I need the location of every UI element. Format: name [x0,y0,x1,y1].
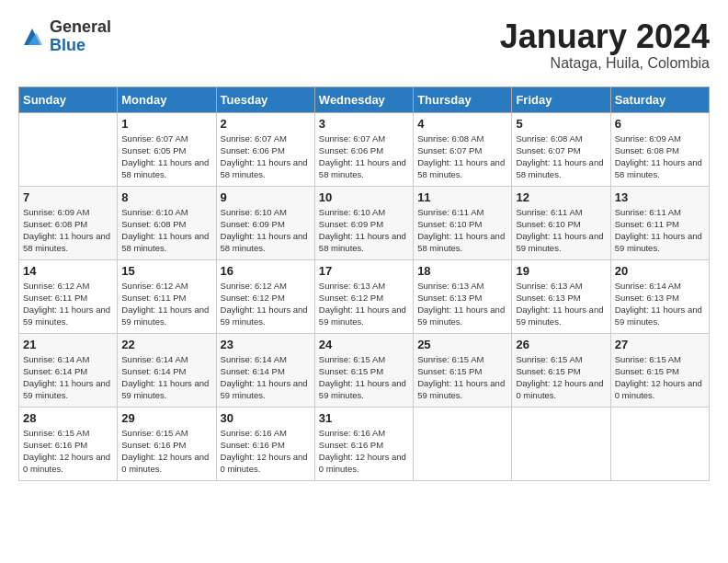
cell-info: Sunrise: 6:15 AMSunset: 6:15 PMDaylight:… [319,353,409,402]
day-number: 3 [319,117,409,131]
cell-info: Sunrise: 6:15 AMSunset: 6:15 PMDaylight:… [516,353,606,402]
day-number: 28 [23,411,113,425]
cell-info: Sunrise: 6:14 AMSunset: 6:14 PMDaylight:… [23,353,113,402]
calendar-cell [610,407,709,480]
cell-info: Sunrise: 6:14 AMSunset: 6:14 PMDaylight:… [121,353,211,402]
weekday-header-wednesday: Wednesday [314,86,413,112]
day-number: 4 [417,117,507,131]
calendar-cell: 15Sunrise: 6:12 AMSunset: 6:11 PMDayligh… [118,259,216,333]
cell-info: Sunrise: 6:12 AMSunset: 6:11 PMDaylight:… [121,280,211,328]
calendar-cell: 11Sunrise: 6:11 AMSunset: 6:10 PMDayligh… [414,186,512,259]
cell-info: Sunrise: 6:13 AMSunset: 6:13 PMDaylight:… [516,280,606,328]
cell-info: Sunrise: 6:14 AMSunset: 6:14 PMDaylight:… [221,353,311,402]
day-number: 31 [319,411,409,425]
calendar-cell: 13Sunrise: 6:11 AMSunset: 6:11 PMDayligh… [610,186,709,259]
cell-info: Sunrise: 6:08 AMSunset: 6:07 PMDaylight:… [516,132,606,181]
cell-info: Sunrise: 6:13 AMSunset: 6:13 PMDaylight:… [417,280,507,328]
cell-info: Sunrise: 6:15 AMSunset: 6:16 PMDaylight:… [121,427,211,476]
calendar-table: SundayMondayTuesdayWednesdayThursdayFrid… [18,86,710,481]
calendar-cell: 28Sunrise: 6:15 AMSunset: 6:16 PMDayligh… [19,407,118,480]
weekday-header-sunday: Sunday [19,86,118,112]
cell-info: Sunrise: 6:08 AMSunset: 6:07 PMDaylight:… [417,132,507,181]
calendar-week-row: 28Sunrise: 6:15 AMSunset: 6:16 PMDayligh… [19,407,710,480]
calendar-cell: 25Sunrise: 6:15 AMSunset: 6:15 PMDayligh… [414,333,512,407]
calendar-cell: 3Sunrise: 6:07 AMSunset: 6:06 PMDaylight… [314,112,413,186]
calendar-cell: 23Sunrise: 6:14 AMSunset: 6:14 PMDayligh… [216,333,314,407]
cell-info: Sunrise: 6:11 AMSunset: 6:10 PMDaylight:… [417,206,507,255]
day-number: 17 [319,264,409,278]
day-number: 19 [516,264,606,278]
calendar-cell: 14Sunrise: 6:12 AMSunset: 6:11 PMDayligh… [19,259,118,333]
cell-info: Sunrise: 6:15 AMSunset: 6:15 PMDaylight:… [417,353,507,402]
cell-info: Sunrise: 6:10 AMSunset: 6:08 PMDaylight:… [121,206,211,255]
calendar-week-row: 21Sunrise: 6:14 AMSunset: 6:14 PMDayligh… [19,333,710,407]
day-number: 21 [23,338,113,351]
cell-info: Sunrise: 6:09 AMSunset: 6:08 PMDaylight:… [615,132,705,181]
month-title: January 2024 [500,18,710,55]
weekday-header-tuesday: Tuesday [216,86,314,112]
calendar-cell [414,407,512,480]
calendar-week-row: 1Sunrise: 6:07 AMSunset: 6:05 PMDaylight… [19,112,710,186]
day-number: 25 [417,338,507,351]
calendar-cell: 7Sunrise: 6:09 AMSunset: 6:08 PMDaylight… [19,186,118,259]
day-number: 30 [221,411,311,425]
calendar-cell: 27Sunrise: 6:15 AMSunset: 6:15 PMDayligh… [610,333,709,407]
cell-info: Sunrise: 6:16 AMSunset: 6:16 PMDaylight:… [221,427,311,476]
day-number: 9 [221,190,311,204]
day-number: 29 [121,411,211,425]
day-number: 14 [23,264,113,278]
cell-info: Sunrise: 6:10 AMSunset: 6:09 PMDaylight:… [319,206,409,255]
cell-info: Sunrise: 6:07 AMSunset: 6:05 PMDaylight:… [121,132,211,181]
calendar-cell: 6Sunrise: 6:09 AMSunset: 6:08 PMDaylight… [610,112,709,186]
calendar-cell: 9Sunrise: 6:10 AMSunset: 6:09 PMDaylight… [216,186,314,259]
calendar-cell: 26Sunrise: 6:15 AMSunset: 6:15 PMDayligh… [512,333,610,407]
weekday-header-thursday: Thursday [414,86,512,112]
cell-info: Sunrise: 6:13 AMSunset: 6:12 PMDaylight:… [319,280,409,328]
calendar-cell: 20Sunrise: 6:14 AMSunset: 6:13 PMDayligh… [610,259,709,333]
cell-info: Sunrise: 6:07 AMSunset: 6:06 PMDaylight:… [221,132,311,181]
calendar-cell: 19Sunrise: 6:13 AMSunset: 6:13 PMDayligh… [512,259,610,333]
day-number: 2 [221,117,311,131]
calendar-cell: 1Sunrise: 6:07 AMSunset: 6:05 PMDaylight… [118,112,216,186]
cell-info: Sunrise: 6:15 AMSunset: 6:16 PMDaylight:… [23,427,113,476]
calendar-cell: 10Sunrise: 6:10 AMSunset: 6:09 PMDayligh… [314,186,413,259]
location-subtitle: Nataga, Huila, Colombia [500,55,710,72]
cell-info: Sunrise: 6:14 AMSunset: 6:13 PMDaylight:… [615,280,705,328]
day-number: 16 [221,264,311,278]
day-number: 11 [417,190,507,204]
cell-info: Sunrise: 6:15 AMSunset: 6:15 PMDaylight:… [615,353,705,402]
day-number: 15 [121,264,211,278]
cell-info: Sunrise: 6:12 AMSunset: 6:11 PMDaylight:… [23,280,113,328]
cell-info: Sunrise: 6:07 AMSunset: 6:06 PMDaylight:… [319,132,409,181]
day-number: 27 [615,338,705,351]
weekday-header-monday: Monday [118,86,216,112]
logo-text: General Blue [50,18,111,55]
calendar-cell: 2Sunrise: 6:07 AMSunset: 6:06 PMDaylight… [216,112,314,186]
calendar-cell: 21Sunrise: 6:14 AMSunset: 6:14 PMDayligh… [19,333,118,407]
day-number: 22 [121,338,211,351]
page-header: General Blue January 2024 Nataga, Huila,… [18,18,710,72]
day-number: 18 [417,264,507,278]
weekday-header-friday: Friday [512,86,610,112]
day-number: 12 [516,190,606,204]
calendar-cell [19,112,118,186]
calendar-cell: 17Sunrise: 6:13 AMSunset: 6:12 PMDayligh… [314,259,413,333]
day-number: 13 [615,190,705,204]
day-number: 1 [121,117,211,131]
day-number: 5 [516,117,606,131]
weekday-header-row: SundayMondayTuesdayWednesdayThursdayFrid… [19,86,710,112]
logo-blue-text: Blue [50,37,111,55]
calendar-cell: 8Sunrise: 6:10 AMSunset: 6:08 PMDaylight… [118,186,216,259]
day-number: 23 [221,338,311,351]
calendar-cell [512,407,610,480]
day-number: 6 [615,117,705,131]
weekday-header-saturday: Saturday [610,86,709,112]
day-number: 10 [319,190,409,204]
logo-general-text: General [50,18,111,37]
day-number: 24 [319,338,409,351]
day-number: 20 [615,264,705,278]
calendar-cell: 31Sunrise: 6:16 AMSunset: 6:16 PMDayligh… [314,407,413,480]
cell-info: Sunrise: 6:10 AMSunset: 6:09 PMDaylight:… [221,206,311,255]
title-block: January 2024 Nataga, Huila, Colombia [500,18,710,72]
logo-icon [18,23,46,51]
